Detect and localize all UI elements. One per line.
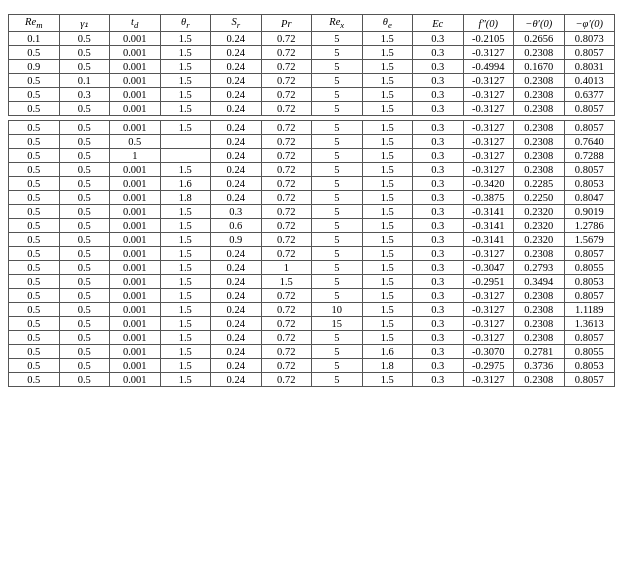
cell-3: 1.5	[160, 88, 211, 102]
cell-6: 5	[312, 149, 363, 163]
cell-7: 1.5	[362, 303, 413, 317]
table-row: 0.50.50.0011.50.240.7251.50.3-0.31270.23…	[9, 247, 615, 261]
table-row: 0.50.50.0011.50.240.7251.50.3-0.31270.23…	[9, 289, 615, 303]
table-row: 0.50.50.0011.50.240.7251.50.3-0.31270.23…	[9, 121, 615, 135]
cell-6: 5	[312, 247, 363, 261]
cell-8: 0.3	[413, 373, 464, 387]
cell-9: -0.2105	[463, 32, 514, 46]
cell-10: 0.2308	[514, 102, 565, 116]
cell-1: 0.5	[59, 163, 110, 177]
table-row: 0.50.50.0011.50.241.551.50.3-0.29510.349…	[9, 275, 615, 289]
cell-5: 0.72	[261, 303, 312, 317]
cell-3	[160, 135, 211, 149]
col-header-0: Rem	[9, 15, 60, 32]
cell-7: 1.5	[362, 331, 413, 345]
cell-5: 0.72	[261, 135, 312, 149]
table-row: 0.50.50.0011.50.240.7251.50.3-0.31270.23…	[9, 102, 615, 116]
cell-8: 0.3	[413, 191, 464, 205]
cell-5: 0.72	[261, 121, 312, 135]
cell-2: 0.001	[110, 289, 161, 303]
cell-4: 0.24	[211, 289, 262, 303]
cell-5: 0.72	[261, 102, 312, 116]
cell-1: 0.5	[59, 233, 110, 247]
cell-3: 1.5	[160, 205, 211, 219]
cell-9: -0.3047	[463, 261, 514, 275]
cell-0: 0.5	[9, 303, 60, 317]
cell-8: 0.3	[413, 88, 464, 102]
cell-2: 1	[110, 149, 161, 163]
cell-10: 0.2308	[514, 88, 565, 102]
table-row: 0.50.50.0011.50.240.7251.60.3-0.30700.27…	[9, 345, 615, 359]
cell-7: 1.5	[362, 233, 413, 247]
cell-2: 0.001	[110, 219, 161, 233]
cell-4: 0.24	[211, 373, 262, 387]
col-header-3: θr	[160, 15, 211, 32]
cell-0: 0.5	[9, 289, 60, 303]
cell-2: 0.001	[110, 102, 161, 116]
cell-3: 1.5	[160, 74, 211, 88]
cell-9: -0.3127	[463, 74, 514, 88]
cell-7: 1.5	[362, 219, 413, 233]
cell-3: 1.5	[160, 32, 211, 46]
cell-8: 0.3	[413, 60, 464, 74]
cell-0: 0.5	[9, 74, 60, 88]
cell-4: 0.24	[211, 331, 262, 345]
cell-6: 5	[312, 32, 363, 46]
cell-1: 0.3	[59, 88, 110, 102]
cell-10: 0.2308	[514, 149, 565, 163]
cell-0: 0.5	[9, 247, 60, 261]
cell-1: 0.5	[59, 359, 110, 373]
cell-6: 5	[312, 345, 363, 359]
cell-10: 0.3494	[514, 275, 565, 289]
cell-9: -0.3127	[463, 373, 514, 387]
cell-4: 0.24	[211, 74, 262, 88]
cell-2: 0.001	[110, 163, 161, 177]
cell-9: -0.3127	[463, 163, 514, 177]
cell-1: 0.5	[59, 219, 110, 233]
cell-4: 0.3	[211, 205, 262, 219]
cell-7: 1.5	[362, 205, 413, 219]
cell-3: 1.5	[160, 359, 211, 373]
cell-7: 1.5	[362, 60, 413, 74]
col-header-5: Pr	[261, 15, 312, 32]
cell-11: 0.8057	[564, 331, 615, 345]
cell-0: 0.5	[9, 191, 60, 205]
cell-5: 0.72	[261, 163, 312, 177]
cell-11: 0.8053	[564, 275, 615, 289]
cell-9: -0.3141	[463, 233, 514, 247]
cell-4: 0.24	[211, 121, 262, 135]
table-row: 0.50.50.0011.50.240.7251.50.3-0.31270.23…	[9, 163, 615, 177]
cell-8: 0.3	[413, 163, 464, 177]
col-header-11: −φ′(0)	[564, 15, 615, 32]
cell-1: 0.5	[59, 191, 110, 205]
cell-0: 0.1	[9, 32, 60, 46]
cell-1: 0.5	[59, 345, 110, 359]
cell-9: -0.3141	[463, 219, 514, 233]
cell-10: 0.2285	[514, 177, 565, 191]
cell-9: -0.3127	[463, 102, 514, 116]
cell-2: 0.001	[110, 233, 161, 247]
cell-11: 0.8057	[564, 121, 615, 135]
cell-10: 0.2320	[514, 233, 565, 247]
cell-0: 0.5	[9, 205, 60, 219]
cell-0: 0.9	[9, 60, 60, 74]
cell-8: 0.3	[413, 46, 464, 60]
cell-9: -0.4994	[463, 60, 514, 74]
cell-3: 1.5	[160, 163, 211, 177]
cell-4: 0.24	[211, 247, 262, 261]
cell-2: 0.001	[110, 205, 161, 219]
cell-3: 1.5	[160, 60, 211, 74]
cell-2: 0.001	[110, 331, 161, 345]
cell-10: 0.2320	[514, 205, 565, 219]
cell-3: 1.5	[160, 373, 211, 387]
cell-10: 0.2656	[514, 32, 565, 46]
cell-10: 0.1670	[514, 60, 565, 74]
cell-4: 0.24	[211, 163, 262, 177]
cell-11: 0.8057	[564, 163, 615, 177]
cell-4: 0.24	[211, 345, 262, 359]
cell-1: 0.5	[59, 60, 110, 74]
cell-5: 1	[261, 261, 312, 275]
cell-11: 0.8055	[564, 345, 615, 359]
cell-9: -0.3127	[463, 88, 514, 102]
cell-1: 0.5	[59, 149, 110, 163]
